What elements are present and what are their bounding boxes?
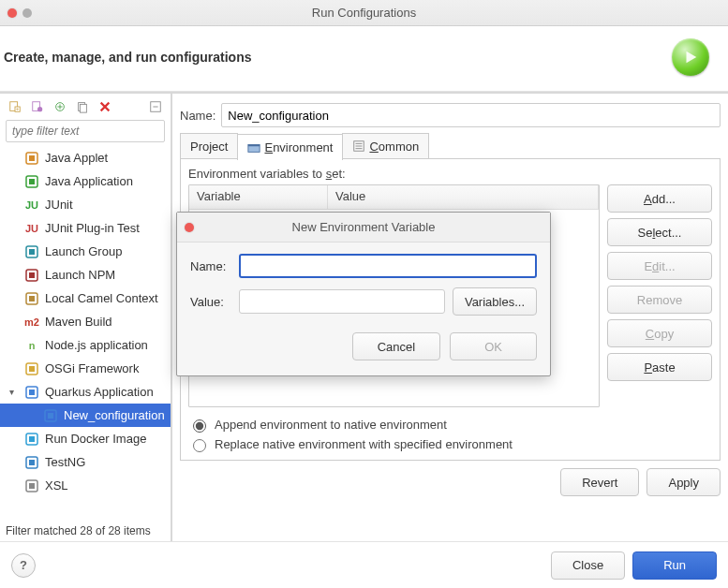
config-type-icon: [24, 244, 39, 259]
col-variable[interactable]: Variable: [189, 185, 328, 209]
new-env-var-dialog: New Environment Variable Name: Value: Va…: [176, 212, 551, 376]
common-icon: [352, 140, 365, 153]
help-button[interactable]: ?: [11, 553, 36, 578]
col-value[interactable]: Value: [328, 185, 599, 209]
delete-icon[interactable]: [96, 97, 114, 116]
tree-item[interactable]: XSL: [0, 474, 171, 497]
filter-status: Filter matched 28 of 28 items: [0, 521, 171, 541]
select-button[interactable]: Select...: [607, 218, 712, 246]
variables-button[interactable]: Variables...: [453, 287, 537, 316]
tree-item-label: Run Docker Image: [45, 432, 146, 446]
svg-rect-31: [29, 483, 35, 489]
tree-item[interactable]: OSGi Framework: [0, 357, 171, 380]
config-type-icon: [43, 408, 58, 423]
svg-rect-21: [29, 366, 35, 372]
duplicate-icon[interactable]: [73, 97, 92, 116]
tree-item[interactable]: New_configuration: [0, 404, 171, 427]
edit-button: Edit...: [607, 252, 712, 280]
bottom-bar: ? Close Run: [0, 541, 728, 588]
env-buttons: Add... Select... Edit... Remove Copy Pas…: [607, 184, 712, 407]
tree-item[interactable]: Java Application: [0, 169, 171, 193]
tree-item-label: Maven Build: [45, 315, 112, 329]
svg-marker-0: [687, 51, 697, 63]
name-input[interactable]: [221, 103, 721, 127]
dialog-value-input[interactable]: [239, 289, 445, 314]
dialog-body: Name: Value: Variables... Cancel OK: [177, 243, 550, 375]
env-thead: Variable Value: [189, 185, 599, 210]
tree-item-label: JUnit Plug-in Test: [45, 221, 140, 235]
config-type-icon: [24, 385, 39, 400]
new-proto-icon[interactable]: [28, 97, 47, 116]
tabs: Project EEnvironmentnvironment Common: [180, 133, 721, 159]
tree-item[interactable]: Launch Group: [0, 240, 171, 263]
close-button[interactable]: Close: [551, 551, 625, 580]
export-icon[interactable]: [51, 97, 69, 116]
radio-append-input[interactable]: [193, 419, 206, 433]
tree-item-label: TestNG: [45, 455, 85, 469]
config-type-icon: n: [24, 338, 39, 353]
add-button[interactable]: Add...: [607, 184, 712, 213]
dialog-name-input[interactable]: [239, 254, 537, 278]
tree-item[interactable]: ▾Quarkus Application: [0, 380, 171, 404]
tree-item-label: Java Applet: [45, 151, 108, 165]
new-config-icon[interactable]: +: [6, 97, 24, 116]
run-button[interactable]: Run: [632, 551, 717, 580]
dialog-cancel-button[interactable]: Cancel: [352, 332, 440, 360]
apply-button[interactable]: Apply: [646, 468, 721, 496]
svg-text:+: +: [16, 105, 20, 111]
tree-item[interactable]: JUJUnit: [0, 193, 171, 216]
filter-input[interactable]: [6, 120, 165, 142]
tab-environment[interactable]: EEnvironmentnvironment: [237, 134, 343, 160]
config-type-icon: [24, 478, 39, 493]
config-type-icon: [24, 151, 39, 166]
tree-item[interactable]: Launch NPM: [0, 263, 171, 287]
left-panel: + Java AppletJava ApplicationJUJUnitJUJU…: [0, 94, 172, 541]
tree-item[interactable]: Local Camel Context: [0, 287, 171, 310]
titlebar: Run Configurations: [0, 0, 728, 26]
paste-button[interactable]: Paste: [607, 353, 712, 381]
tree-item-label: Local Camel Context: [45, 291, 158, 305]
svg-rect-23: [29, 390, 35, 395]
config-type-icon: JU: [24, 198, 39, 213]
tree-item-label: Launch Group: [45, 244, 122, 258]
tree-item-label: Quarkus Application: [45, 385, 154, 399]
collapse-all-icon[interactable]: [146, 97, 165, 116]
chevron-down-icon[interactable]: ▾: [9, 387, 19, 397]
svg-rect-13: [29, 179, 35, 184]
tree-item-label: Launch NPM: [45, 268, 115, 282]
svg-rect-17: [29, 272, 35, 278]
dialog-titlebar: New Environment Variable: [177, 213, 550, 243]
tree-item[interactable]: Java Applet: [0, 146, 171, 169]
tree-item[interactable]: m2Maven Build: [0, 310, 171, 333]
window-title: Run Configurations: [0, 6, 728, 20]
tree-item-label: New_configuration: [64, 408, 165, 422]
tab-common[interactable]: Common: [342, 133, 429, 158]
radio-append[interactable]: Append environment to native environment: [188, 417, 712, 433]
tree-item[interactable]: JUJUnit Plug-in Test: [0, 216, 171, 240]
name-label: Name:: [180, 109, 215, 123]
config-type-icon: [24, 268, 39, 283]
svg-rect-29: [29, 460, 35, 465]
dialog-ok-button: OK: [450, 332, 537, 360]
tree-item[interactable]: nNode.js application: [0, 333, 171, 357]
copy-button: Copy: [607, 319, 712, 347]
dialog-title: New Environment Variable: [177, 220, 550, 234]
tree-item-label: JUnit: [45, 198, 73, 212]
config-type-icon: m2: [24, 315, 39, 330]
remove-button: Remove: [607, 286, 712, 314]
subheader: Create, manage, and run configurations: [0, 26, 728, 92]
tree-item-label: XSL: [45, 478, 68, 492]
tab-project[interactable]: Project: [180, 133, 238, 158]
revert-apply-row: Revert Apply: [180, 468, 721, 496]
radio-replace-input[interactable]: [193, 439, 206, 452]
config-tree[interactable]: Java AppletJava ApplicationJUJUnitJUJUni…: [0, 144, 171, 521]
environment-icon: [247, 141, 260, 154]
name-row: Name:: [180, 103, 721, 127]
tree-item[interactable]: TestNG: [0, 450, 171, 474]
revert-button[interactable]: Revert: [560, 468, 639, 496]
radio-group: Append environment to native environment…: [188, 417, 712, 452]
tree-item[interactable]: Run Docker Image: [0, 427, 171, 450]
radio-replace[interactable]: Replace native environment with specifie…: [188, 436, 712, 452]
subheader-title: Create, manage, and run configurations: [4, 50, 252, 65]
run-orb-icon: [672, 38, 709, 76]
